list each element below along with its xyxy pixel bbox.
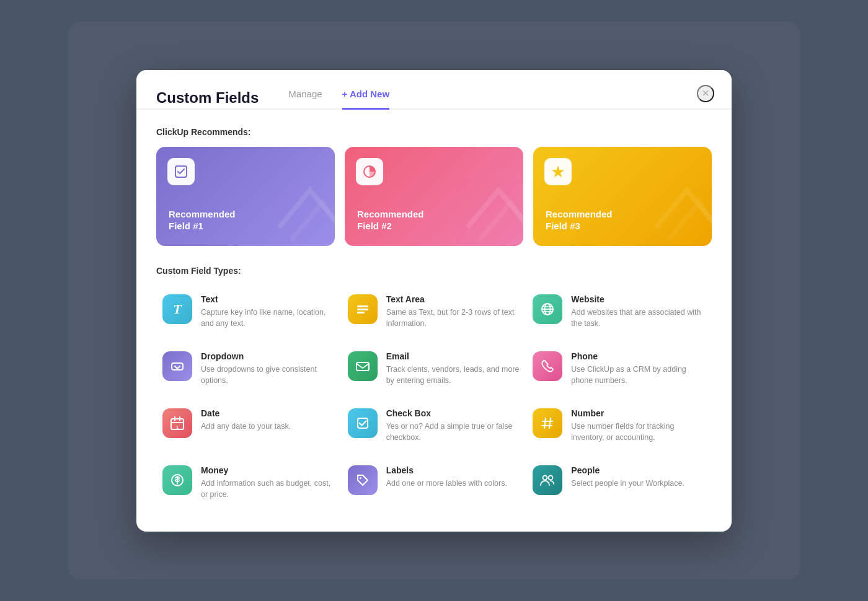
rec-card-2-icon xyxy=(356,158,383,185)
svg-point-23 xyxy=(360,477,361,479)
people-icon xyxy=(533,465,562,495)
rec-card-3-icon xyxy=(544,158,572,185)
svg-rect-3 xyxy=(357,309,368,310)
date-field-name: Date xyxy=(201,408,335,418)
checkbox-icon xyxy=(348,408,378,438)
labels-field-desc: Add one or more lables with colors. xyxy=(386,478,521,489)
recommended-cards-grid: RecommendedField #1 Recommende xyxy=(156,147,712,246)
textarea-icon xyxy=(348,294,378,324)
modal-title: Custom Fields xyxy=(156,89,259,107)
number-icon xyxy=(533,408,562,438)
date-icon: 1 xyxy=(162,408,192,438)
field-type-date[interactable]: 1 Date Add any date to your task. xyxy=(156,400,342,452)
field-type-website[interactable]: Website Add websites that are associated… xyxy=(526,286,712,338)
date-field-desc: Add any date to your task. xyxy=(201,421,335,432)
checkbox-field-name: Check Box xyxy=(386,408,521,418)
dropdown-field-desc: Use dropdowns to give consistent options… xyxy=(201,364,335,386)
field-type-textarea[interactable]: Text Area Same as Text, but for 2-3 rows… xyxy=(342,286,527,338)
field-types-grid: T Text Capture key info like name, locat… xyxy=(156,286,712,509)
money-icon xyxy=(162,465,192,495)
svg-rect-2 xyxy=(357,305,368,307)
field-type-email[interactable]: Email Track clents, vendors, leads, and … xyxy=(342,343,527,395)
email-icon xyxy=(348,351,378,381)
field-type-phone[interactable]: Phone Use ClickUp as a CRM by adding pho… xyxy=(526,343,712,395)
tabs-container: Manage + Add New xyxy=(288,87,712,108)
field-type-dropdown[interactable]: Dropdown Use dropdowns to give consisten… xyxy=(156,343,342,395)
website-field-desc: Add websites that are associated with th… xyxy=(571,307,706,329)
labels-field-name: Labels xyxy=(386,465,521,475)
tab-add-new[interactable]: + Add New xyxy=(342,89,390,110)
svg-rect-11 xyxy=(356,362,369,371)
text-field-desc: Capture key info like name, location, an… xyxy=(201,307,335,329)
text-field-name: Text xyxy=(201,294,335,304)
field-type-money[interactable]: Money Add information such as budget, co… xyxy=(156,457,342,509)
svg-rect-4 xyxy=(357,312,365,314)
field-types-section-label: Custom Field Types: xyxy=(156,266,712,276)
recommended-card-1[interactable]: RecommendedField #1 xyxy=(156,147,335,246)
people-field-desc: Select people in your Workplace. xyxy=(571,478,706,489)
phone-icon xyxy=(533,351,562,381)
textarea-field-name: Text Area xyxy=(386,294,521,304)
tab-manage[interactable]: Manage xyxy=(288,89,322,110)
number-field-desc: Use number fields for tracking inventory… xyxy=(571,421,706,443)
number-field-name: Number xyxy=(571,408,706,418)
dropdown-field-name: Dropdown xyxy=(201,351,335,361)
people-field-name: People xyxy=(571,465,706,475)
textarea-field-desc: Same as Text, but for 2-3 rows of text i… xyxy=(386,307,521,329)
close-button[interactable]: × xyxy=(697,85,714,102)
field-type-number[interactable]: Number Use number fields for tracking in… xyxy=(526,400,712,452)
screen-background: Custom Fields Manage + Add New × ClickUp… xyxy=(68,22,800,579)
custom-fields-modal: Custom Fields Manage + Add New × ClickUp… xyxy=(136,70,732,532)
field-type-checkbox[interactable]: Check Box Yes or no? Add a simple true o… xyxy=(342,400,527,452)
recommended-card-3[interactable]: RecommendedField #3 xyxy=(533,147,712,246)
modal-body: ClickUp Recommends: RecommendedField #1 xyxy=(136,110,732,532)
money-field-name: Money xyxy=(201,465,335,475)
svg-point-24 xyxy=(543,476,547,480)
website-icon xyxy=(533,294,562,324)
email-field-name: Email xyxy=(386,351,521,361)
text-icon: T xyxy=(162,294,192,324)
field-type-labels[interactable]: Labels Add one or more lables with color… xyxy=(342,457,527,509)
checkbox-field-desc: Yes or no? Add a simple true or false ch… xyxy=(386,421,521,443)
rec-card-1-icon xyxy=(167,158,195,185)
svg-point-25 xyxy=(549,476,553,480)
email-field-desc: Track clents, vendors, leads, and more b… xyxy=(386,364,521,386)
money-field-desc: Add information such as budget, cost, or… xyxy=(201,478,335,500)
dropdown-icon xyxy=(162,351,192,381)
website-field-name: Website xyxy=(571,294,706,304)
field-type-people[interactable]: People Select people in your Workplace. xyxy=(526,457,712,509)
modal-header: Custom Fields Manage + Add New × xyxy=(136,70,732,110)
phone-field-desc: Use ClickUp as a CRM by adding phone num… xyxy=(571,364,706,386)
recommended-section-label: ClickUp Recommends: xyxy=(156,127,712,137)
labels-icon xyxy=(348,465,378,495)
phone-field-name: Phone xyxy=(571,351,706,361)
svg-text:1: 1 xyxy=(176,425,179,429)
svg-line-19 xyxy=(549,418,551,428)
recommended-card-2[interactable]: RecommendedField #2 xyxy=(345,147,523,246)
field-type-text[interactable]: T Text Capture key info like name, locat… xyxy=(156,286,342,338)
svg-line-18 xyxy=(544,418,546,428)
